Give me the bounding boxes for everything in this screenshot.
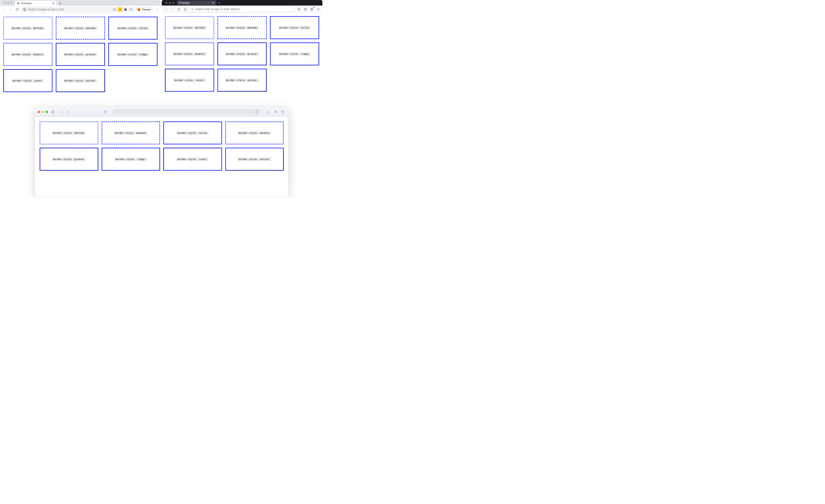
border-style-label: border-style: inset; (173, 78, 206, 82)
new-tab-button[interactable] (57, 1, 62, 6)
chrome-tabstrip: Prototype (0, 0, 161, 6)
border-style-label: border-style: double; (172, 52, 206, 56)
border-demo-card-solid: border-style: solid; (163, 121, 222, 144)
address-bar[interactable]: Search with Google or enter address (189, 6, 294, 12)
minimize-window-icon[interactable] (7, 2, 9, 4)
border-demo-card-ridge: border-style: ridge; (270, 43, 319, 65)
back-button[interactable] (1, 7, 7, 12)
tab-title: Prototype (179, 1, 190, 4)
border-style-label: border-style: groove; (52, 157, 86, 161)
hamburger-menu-icon[interactable] (315, 6, 321, 12)
tab-title: Prototype (21, 2, 51, 5)
border-demo-card-double: border-style: double; (225, 121, 284, 144)
zoom-window-icon[interactable] (46, 111, 48, 113)
kebab-menu-icon[interactable] (154, 7, 159, 12)
profile-chip[interactable]: Paused (136, 7, 153, 12)
svg-point-6 (192, 8, 193, 10)
close-tab-icon[interactable] (52, 2, 55, 4)
close-tab-icon[interactable] (212, 2, 214, 4)
library-icon[interactable] (296, 6, 302, 12)
border-demo-card-inset: border-style: inset; (165, 69, 214, 92)
svg-point-5 (156, 10, 157, 11)
zoom-window-icon[interactable] (11, 2, 13, 4)
svg-point-3 (156, 8, 157, 9)
address-bar[interactable] (113, 109, 260, 115)
border-demo-card-dashed: border-style: dashed; (101, 121, 160, 144)
border-demo-card-dotted: border-style: dotted; (3, 17, 53, 40)
reload-icon[interactable] (255, 110, 258, 114)
border-demo-card-ridge: border-style: ridge; (101, 148, 160, 171)
reload-button[interactable] (14, 7, 20, 12)
sidebar-icon[interactable] (50, 109, 56, 115)
home-button[interactable] (182, 6, 188, 12)
js-badge-icon[interactable]: JS (118, 7, 122, 11)
border-style-label: border-style: dotted; (11, 26, 45, 30)
border-style-label: border-style: dotted; (52, 131, 86, 135)
window-controls (1, 0, 15, 6)
border-style-label: border-style: dashed; (114, 131, 148, 135)
new-tab-button[interactable] (217, 2, 222, 4)
paused-label: Paused (142, 8, 151, 11)
border-demo-card-double: border-style: double; (165, 43, 214, 65)
forward-button[interactable] (8, 7, 13, 12)
close-window-icon[interactable] (38, 111, 40, 113)
border-demo-card-solid: border-style: solid; (108, 17, 158, 40)
firefox-window: Prototype Search with Google or enter ad… (162, 0, 322, 107)
border-style-label: border-style: inset; (12, 79, 44, 83)
forward-button[interactable] (169, 6, 175, 12)
border-style-label: border-style: double; (11, 53, 45, 57)
border-demo-card-outset: border-style: outset; (217, 69, 267, 92)
address-bar[interactable]: Search Google or type a URL JS (21, 7, 135, 12)
border-style-label: border-style: dotted; (172, 26, 206, 30)
svg-point-9 (311, 8, 312, 9)
close-window-icon[interactable] (4, 2, 6, 4)
border-demo-card-groove: border-style: groove; (40, 148, 98, 171)
extensions-icon[interactable] (124, 7, 128, 11)
border-demo-card-groove: border-style: groove; (217, 43, 267, 65)
window-controls (163, 2, 177, 4)
border-style-label: border-style: groove; (225, 52, 259, 56)
browser-tab[interactable]: Prototype (177, 0, 216, 5)
border-style-label: border-style: solid; (279, 26, 311, 30)
border-style-label: border-style: outset; (63, 79, 97, 83)
border-demo-card-solid: border-style: solid; (270, 16, 319, 39)
border-style-label: border-style: outset; (237, 157, 271, 161)
border-demo-card-dashed: border-style: dashed; (217, 16, 267, 39)
tabs-icon[interactable] (280, 109, 286, 115)
safari-window: border-style: dotted;border-style: dashe… (35, 107, 288, 197)
border-style-label: border-style: solid; (117, 26, 149, 30)
globe-icon (17, 2, 19, 5)
share-icon[interactable] (265, 109, 271, 115)
urlbar-placeholder: Search with Google or enter address (195, 8, 240, 11)
minimize-window-icon[interactable] (169, 2, 171, 4)
shield-icon[interactable] (102, 109, 108, 115)
page-content-chrome: border-style: dotted;border-style: dashe… (0, 13, 161, 95)
forward-button[interactable] (65, 110, 70, 115)
back-button[interactable] (163, 6, 169, 12)
account-icon[interactable] (309, 6, 315, 12)
sidebar-icon[interactable] (303, 6, 308, 12)
reading-list-icon[interactable] (129, 7, 133, 11)
window-controls (38, 111, 48, 113)
border-style-label: border-style: outset; (225, 78, 259, 82)
svg-rect-10 (52, 111, 54, 113)
back-button[interactable] (59, 110, 65, 115)
page-info-icon[interactable] (112, 7, 117, 11)
border-style-label: border-style: ridge; (279, 52, 311, 56)
page-content-safari: border-style: dotted;border-style: dashe… (35, 117, 288, 175)
close-window-icon[interactable] (165, 2, 167, 4)
border-style-label: border-style: solid; (176, 131, 209, 135)
border-demo-card-ridge: border-style: ridge; (108, 43, 158, 66)
safari-toolbar (35, 107, 288, 117)
reload-button[interactable] (176, 6, 181, 12)
border-demo-card-double: border-style: double; (3, 43, 53, 66)
new-tab-button[interactable] (273, 109, 278, 115)
zoom-window-icon[interactable] (172, 2, 174, 4)
omnibox-placeholder: Search Google or type a URL (28, 8, 64, 11)
border-style-label: border-style: groove; (63, 53, 97, 57)
chrome-toolbar: Search Google or type a URL JS Paused (0, 6, 161, 13)
browser-tab[interactable]: Prototype (15, 1, 57, 6)
minimize-window-icon[interactable] (42, 111, 44, 113)
border-style-label: border-style: double; (237, 131, 271, 135)
border-demo-card-dashed: border-style: dashed; (56, 17, 105, 40)
